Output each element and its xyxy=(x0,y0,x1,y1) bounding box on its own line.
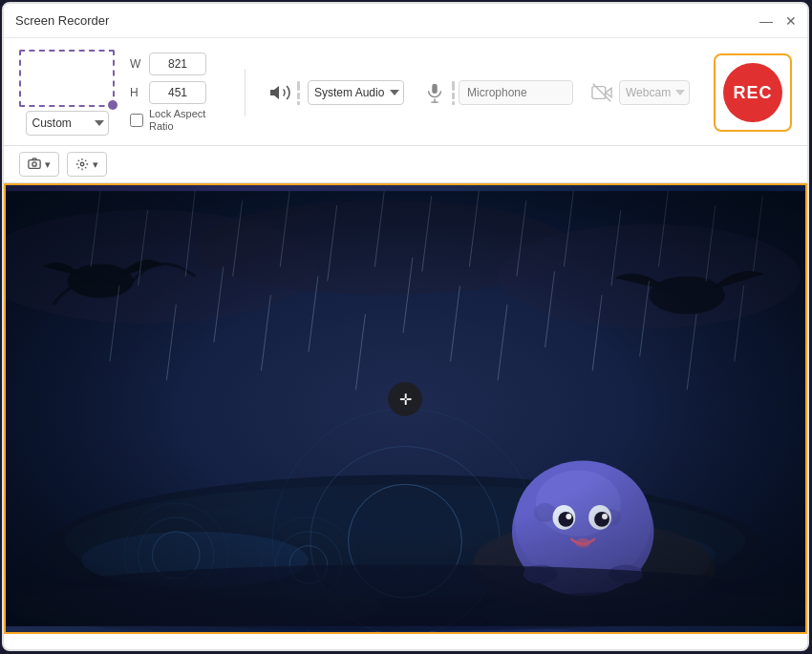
svg-text:✛: ✛ xyxy=(399,391,412,408)
system-audio-section: System Audio None xyxy=(265,77,404,108)
main-toolbar: Custom Full Screen 1920x1080 1280x720 W … xyxy=(4,38,807,146)
height-row: H xyxy=(130,81,225,104)
screenshot-label: ▾ xyxy=(45,158,51,171)
speaker-icon xyxy=(265,77,295,108)
lock-aspect-group: Lock Aspect Ratio xyxy=(130,108,225,133)
system-audio-select[interactable]: System Audio None xyxy=(308,80,404,105)
width-label: W xyxy=(130,57,143,71)
settings-label: ▾ xyxy=(93,158,98,171)
region-preset-select[interactable]: Custom Full Screen 1920x1080 1280x720 xyxy=(26,111,109,136)
settings-button[interactable]: ▾ xyxy=(67,152,107,177)
width-input[interactable] xyxy=(149,53,206,75)
rec-label: REC xyxy=(723,63,782,122)
screen-content: ✛ xyxy=(4,183,807,634)
dimensions-group: W H Lock Aspect Ratio xyxy=(130,53,225,133)
height-input[interactable] xyxy=(149,81,206,104)
svg-point-8 xyxy=(80,162,84,166)
lock-aspect-checkbox[interactable] xyxy=(130,114,143,127)
scene-svg: ✛ xyxy=(6,185,805,632)
svg-rect-6 xyxy=(29,160,40,169)
speaker-level-bars[interactable] xyxy=(297,81,300,105)
microphone-input[interactable] xyxy=(459,80,573,105)
width-row: W xyxy=(130,53,225,75)
svg-rect-1 xyxy=(432,84,438,94)
rec-button[interactable]: REC xyxy=(714,53,792,132)
region-selector: Custom Full Screen 1920x1080 1280x720 xyxy=(19,50,115,136)
screen-background: ✛ xyxy=(6,185,805,632)
webcam-section: Webcam None xyxy=(588,79,690,106)
divider-1 xyxy=(245,69,246,116)
speaker-icon-group xyxy=(265,77,300,108)
lock-aspect-label: Lock Aspect Ratio xyxy=(149,108,225,133)
svg-marker-0 xyxy=(270,86,279,99)
webcam-select[interactable]: Webcam None xyxy=(619,80,690,105)
bottom-toolbar: ▾ ▾ xyxy=(4,146,807,183)
minimize-button[interactable]: — xyxy=(758,12,775,30)
app-window: Screen Recorder — ✕ Custom Full Screen 1… xyxy=(2,2,809,651)
svg-rect-4 xyxy=(592,87,606,99)
height-label: H xyxy=(130,86,143,99)
svg-point-7 xyxy=(32,162,36,166)
mic-icon-group xyxy=(419,77,455,108)
region-dropdown: Custom Full Screen 1920x1080 1280x720 xyxy=(26,111,109,136)
region-preview-box[interactable] xyxy=(19,50,115,107)
screenshot-button[interactable]: ▾ xyxy=(19,152,59,177)
title-bar: Screen Recorder — ✕ xyxy=(4,4,807,38)
window-title: Screen Recorder xyxy=(15,13,109,28)
mic-level-bars[interactable] xyxy=(452,81,455,105)
close-button[interactable]: ✕ xyxy=(782,12,800,30)
microphone-section xyxy=(419,77,573,108)
window-controls: — ✕ xyxy=(758,12,800,30)
microphone-icon xyxy=(419,77,450,108)
webcam-icon xyxy=(588,79,615,106)
